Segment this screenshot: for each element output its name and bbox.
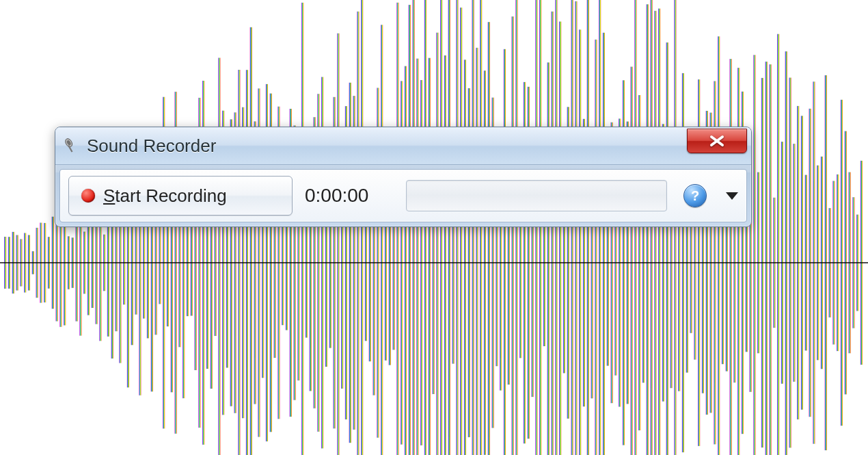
svg-rect-126 — [504, 49, 506, 455]
svg-rect-137 — [547, 62, 550, 455]
svg-rect-195 — [777, 34, 779, 455]
svg-rect-193 — [769, 64, 771, 455]
svg-rect-180 — [718, 36, 720, 455]
record-icon — [81, 189, 95, 203]
svg-rect-147 — [587, 0, 589, 455]
svg-rect-210 — [837, 174, 839, 351]
svg-rect-107 — [429, 58, 431, 455]
svg-rect-151 — [603, 33, 605, 455]
start-recording-label: Start Recording — [103, 185, 227, 207]
svg-rect-110 — [440, 0, 442, 455]
svg-rect-189 — [753, 55, 755, 455]
svg-rect-204 — [813, 81, 815, 443]
svg-rect-10 — [44, 223, 46, 302]
svg-rect-116 — [464, 60, 466, 455]
svg-rect-183 — [729, 59, 731, 455]
svg-rect-11 — [48, 237, 50, 289]
svg-rect-216 — [860, 161, 863, 365]
svg-rect-112 — [448, 0, 450, 455]
svg-rect-111 — [444, 55, 446, 455]
svg-rect-135 — [539, 0, 541, 455]
window-title: Sound Recorder — [87, 135, 216, 157]
svg-rect-7 — [32, 251, 34, 274]
svg-rect-145 — [579, 29, 581, 455]
help-icon: ? — [691, 188, 699, 204]
svg-rect-194 — [773, 198, 775, 328]
svg-rect-106 — [424, 0, 426, 455]
svg-rect-122 — [488, 22, 490, 455]
svg-rect-217 — [0, 262, 868, 263]
svg-rect-213 — [848, 172, 850, 354]
svg-rect-6 — [28, 235, 30, 291]
svg-rect-158 — [630, 67, 632, 456]
svg-rect-208 — [828, 208, 830, 317]
svg-rect-12 — [52, 217, 54, 309]
svg-rect-206 — [821, 157, 823, 369]
svg-rect-129 — [515, 0, 517, 455]
svg-rect-120 — [480, 0, 482, 455]
svg-rect-118 — [472, 0, 474, 455]
close-icon — [708, 135, 726, 147]
svg-rect-214 — [852, 197, 854, 328]
svg-rect-200 — [797, 106, 799, 419]
help-button[interactable]: ? — [683, 184, 707, 207]
svg-rect-102 — [409, 5, 411, 455]
svg-rect-99 — [396, 3, 398, 455]
svg-rect-62 — [250, 27, 252, 455]
menu-dropdown-button[interactable] — [726, 192, 738, 200]
svg-rect-103 — [412, 0, 414, 455]
close-button[interactable] — [687, 129, 747, 153]
svg-rect-197 — [785, 51, 787, 455]
svg-rect-207 — [825, 75, 827, 450]
svg-rect-3 — [16, 235, 18, 291]
svg-rect-134 — [535, 0, 537, 455]
svg-rect-39 — [159, 222, 161, 304]
svg-rect-4 — [20, 239, 22, 286]
audio-level-meter — [406, 180, 667, 211]
svg-rect-165 — [658, 9, 660, 456]
svg-rect-185 — [737, 68, 740, 455]
svg-rect-205 — [817, 166, 819, 361]
svg-rect-119 — [476, 48, 478, 455]
svg-rect-215 — [856, 215, 858, 311]
svg-rect-109 — [436, 33, 438, 455]
svg-rect-115 — [460, 8, 462, 455]
svg-rect-144 — [575, 1, 577, 455]
svg-rect-143 — [571, 0, 573, 455]
svg-rect-84 — [337, 34, 339, 455]
svg-rect-198 — [789, 78, 791, 448]
svg-rect-1 — [8, 237, 10, 289]
titlebar[interactable]: Sound Recorder — [55, 127, 751, 165]
svg-rect-212 — [845, 131, 847, 395]
svg-rect-196 — [781, 142, 783, 384]
svg-rect-209 — [832, 181, 835, 344]
svg-rect-17 — [72, 237, 74, 288]
svg-rect-202 — [805, 175, 807, 351]
svg-rect-190 — [757, 172, 759, 354]
svg-rect-211 — [841, 100, 843, 426]
svg-rect-104 — [416, 59, 418, 455]
svg-rect-22 — [92, 218, 94, 308]
svg-rect-203 — [809, 109, 811, 417]
sound-recorder-window: Sound Recorder Start Recording 0:00:00 ? — [55, 127, 752, 227]
timer-display: 0:00:00 — [305, 185, 394, 207]
svg-rect-114 — [456, 0, 458, 455]
svg-rect-101 — [405, 66, 407, 455]
svg-rect-138 — [551, 12, 553, 455]
svg-rect-140 — [559, 22, 561, 456]
svg-rect-164 — [654, 11, 656, 455]
svg-rect-9 — [40, 223, 42, 303]
svg-rect-8 — [36, 228, 38, 298]
svg-rect-90 — [361, 0, 363, 455]
svg-rect-95 — [381, 25, 383, 455]
microphone-icon — [62, 136, 81, 155]
svg-rect-128 — [511, 16, 513, 455]
svg-rect-0 — [4, 237, 6, 289]
svg-rect-139 — [555, 0, 557, 455]
svg-rect-2 — [12, 232, 14, 294]
start-recording-button[interactable]: Start Recording — [68, 176, 293, 216]
svg-rect-191 — [761, 78, 763, 447]
svg-rect-201 — [801, 116, 803, 409]
svg-rect-149 — [595, 40, 597, 455]
svg-rect-150 — [599, 0, 601, 455]
